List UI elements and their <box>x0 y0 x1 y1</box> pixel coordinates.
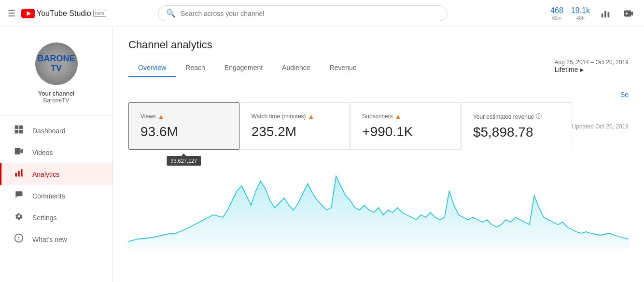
svg-marker-14 <box>20 149 23 154</box>
analytics-chart <box>128 162 629 249</box>
tab-overview[interactable]: Overview <box>128 59 176 77</box>
stat-views-48h: 19.1k 48h <box>571 6 590 20</box>
metric-card-watch-time[interactable]: Watch time (minutes) ▲ 235.2M <box>239 102 350 150</box>
avatar-text: BARONE TV <box>37 54 75 73</box>
date-range-text: Aug 25, 2014 – Oct 20, 2019 <box>555 59 629 66</box>
tab-audience[interactable]: Audience <box>272 59 320 77</box>
settings-icon <box>13 212 25 224</box>
search-icon: 🔍 <box>166 9 176 18</box>
add-video-icon <box>623 8 634 19</box>
analytics-header: Overview Reach Engagement Audience Reven… <box>128 59 629 89</box>
date-range-area: Aug 25, 2014 – Oct 20, 2019 Lifetime ▸ <box>555 59 629 73</box>
bar-chart-icon <box>600 8 611 19</box>
search-bar[interactable]: 🔍 <box>158 5 448 21</box>
sidebar-item-videos[interactable]: Videos <box>0 141 112 163</box>
views-60m-value: 468 <box>550 6 563 15</box>
whats-new-label: What's new <box>32 236 67 243</box>
metric-card-subscribers[interactable]: Subscribers ▲ +990.1K <box>350 102 461 150</box>
sidebar-item-settings[interactable]: Settings <box>0 207 112 228</box>
svg-marker-6 <box>631 11 633 15</box>
main-content: Channel analytics Overview Reach Engagem… <box>113 27 644 282</box>
dashboard-icon <box>13 125 25 137</box>
comments-icon <box>13 190 25 202</box>
revenue-value: $5,898.78 <box>473 125 560 140</box>
svg-rect-12 <box>19 130 23 134</box>
tab-revenue[interactable]: Revenue <box>320 59 366 77</box>
svg-rect-17 <box>21 169 22 177</box>
channel-info: BARONE TV Your channel BaroneTV <box>0 35 112 116</box>
nav-left: ☰ YouTube Studio beta <box>8 8 106 19</box>
views-tooltip: 93,627,127 <box>167 156 201 166</box>
youtube-icon <box>21 9 35 18</box>
svg-point-20 <box>18 240 19 240</box>
svg-rect-10 <box>19 126 23 129</box>
views-warning-icon: ▲ <box>158 113 165 120</box>
page-title: Channel analytics <box>128 39 629 51</box>
svg-rect-4 <box>608 12 610 17</box>
analytics-label: Analytics <box>32 170 59 178</box>
channel-name: Your channel <box>38 90 74 97</box>
hamburger-menu[interactable]: ☰ <box>8 8 15 19</box>
analytics-sidebar-icon <box>13 168 25 180</box>
dropdown-arrow-icon: ▸ <box>580 66 584 73</box>
svg-rect-16 <box>18 171 19 177</box>
sidebar-item-whats-new[interactable]: What's new <box>0 228 112 250</box>
videos-label: Videos <box>32 149 53 156</box>
subscribers-warning-icon: ▲ <box>395 113 402 120</box>
analytics-tabs: Overview Reach Engagement Audience Reven… <box>128 59 366 77</box>
beta-badge: beta <box>93 10 106 17</box>
metric-card-views[interactable]: Views ▲ 93.6M 93,627,127 <box>128 102 239 150</box>
watch-time-value: 235.2M <box>252 124 338 140</box>
studio-label: YouTube Studio <box>37 9 91 18</box>
metrics-row: Views ▲ 93.6M 93,627,127 Watch time (min… <box>128 102 629 150</box>
analytics-icon-btn[interactable] <box>598 6 613 21</box>
sidebar-item-analytics[interactable]: Analytics <box>0 163 112 185</box>
channel-avatar[interactable]: BARONE TV <box>35 42 78 85</box>
tab-reach[interactable]: Reach <box>176 59 214 77</box>
revenue-label: Your estimated revenue ⓘ <box>473 113 560 121</box>
stat-views-60m: 468 60m <box>550 6 563 20</box>
period-label: Lifetime <box>555 66 578 73</box>
settings-label: Settings <box>32 214 57 222</box>
metric-card-revenue[interactable]: Your estimated revenue ⓘ $5,898.78 <box>461 102 572 150</box>
nav-stats: 468 60m 19.1k 48h <box>550 6 590 20</box>
top-navigation: ☰ YouTube Studio beta 🔍 468 60m 19.1k 48… <box>0 0 644 27</box>
views-60m-label: 60m <box>550 15 563 21</box>
chart-area <box>128 162 629 249</box>
svg-rect-15 <box>15 173 17 177</box>
svg-rect-2 <box>602 14 603 17</box>
videos-icon <box>13 146 25 158</box>
dashboard-label: Dashboard <box>32 127 66 135</box>
subscribers-value: +990.1K <box>362 124 449 140</box>
sidebar: BARONE TV Your channel BaroneTV Dashboar… <box>0 27 113 282</box>
svg-rect-3 <box>604 11 606 17</box>
search-input[interactable] <box>181 10 439 17</box>
views-label: Views ▲ <box>140 113 227 120</box>
subscribers-label: Subscribers ▲ <box>362 113 449 120</box>
avatar-image: BARONE TV <box>35 42 78 85</box>
whats-new-icon <box>13 233 25 245</box>
comments-label: Comments <box>32 192 65 200</box>
channel-handle: BaroneTV <box>43 97 69 104</box>
app-layout: BARONE TV Your channel BaroneTV Dashboar… <box>0 0 644 282</box>
svg-rect-11 <box>15 130 19 134</box>
views-48h-label: 48h <box>571 15 590 21</box>
svg-rect-9 <box>15 126 19 129</box>
watch-time-label: Watch time (minutes) ▲ <box>252 113 338 120</box>
revenue-info-icon: ⓘ <box>536 113 542 121</box>
see-more-link[interactable]: Se <box>620 91 629 99</box>
views-48h-value: 19.1k <box>571 6 590 15</box>
updated-text: Updated Oct 20, 2019 <box>572 123 629 130</box>
sidebar-item-comments[interactable]: Comments <box>0 185 112 207</box>
lifetime-selector[interactable]: Lifetime ▸ <box>555 66 629 73</box>
watch-time-warning-icon: ▲ <box>308 113 315 120</box>
youtube-logo[interactable]: YouTube Studio beta <box>21 9 106 18</box>
svg-rect-13 <box>15 148 21 154</box>
create-video-btn[interactable] <box>621 6 636 21</box>
nav-right: 468 60m 19.1k 48h <box>550 6 636 21</box>
sidebar-item-dashboard[interactable]: Dashboard <box>0 120 112 141</box>
views-value: 93.6M <box>140 124 227 140</box>
tab-engagement[interactable]: Engagement <box>215 59 272 77</box>
